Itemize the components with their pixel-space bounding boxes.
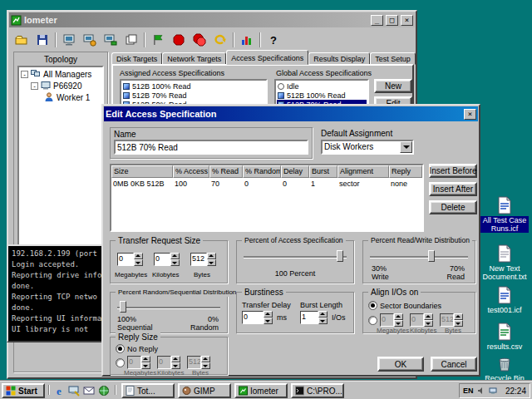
spin-up-button[interactable] [424,313,433,320]
spin-up-button[interactable] [141,356,150,362]
desktop-icon-results-csv[interactable]: results.csv [480,323,529,351]
expander-icon[interactable]: - [21,71,28,78]
align-kilobytes-spinner[interactable]: 0 [410,313,433,327]
transfer-bytes-spinner[interactable]: 512 [190,253,216,266]
results-display-button[interactable] [237,31,257,49]
insert-after-button[interactable]: Insert After [429,182,477,196]
spin-up-button[interactable] [134,253,143,259]
spin-up-button[interactable] [170,253,180,259]
slider-thumb[interactable] [337,250,343,262]
new-manager-button[interactable] [59,31,79,49]
quicklaunch-ie-icon[interactable]: e [52,383,66,397]
desktop-icon-all-test-case-runs[interactable]: All Test Case Runs.icf [480,196,529,233]
new-button[interactable]: New [374,79,412,93]
slider-thumb[interactable] [428,250,435,262]
taskbar-task-gimp[interactable]: GIMP [178,383,231,398]
spin-up-button[interactable] [454,313,463,320]
tab-network-targets[interactable]: Network Targets [162,52,226,65]
transfer-megabytes-spinner[interactable]: 0 [117,253,143,266]
start-button[interactable]: Start [2,383,45,398]
ok-button[interactable]: OK [377,357,424,372]
name-input[interactable] [114,140,308,155]
tree-item-all-managers[interactable]: - All Managers [20,68,101,80]
reset-workers-button[interactable] [210,31,230,49]
tree-item-worker[interactable]: Worker 1 [20,91,101,103]
spin-up-button[interactable] [394,313,403,320]
close-icon[interactable]: × [464,109,476,120]
open-file-button[interactable] [12,31,32,49]
no-reply-radio[interactable] [116,344,125,353]
sector-boundaries-radio[interactable] [368,301,377,310]
minimize-button[interactable]: _ [371,15,383,26]
insert-before-button[interactable]: Insert Before [429,164,477,178]
chevron-down-icon[interactable] [400,141,412,153]
align-bytes-spinner[interactable]: 512 [440,313,463,327]
tab-results-display[interactable]: Results Display [308,52,370,65]
spin-up-button[interactable] [207,253,216,259]
tray-volume-icon[interactable] [477,387,485,395]
transfer-kilobytes-spinner[interactable]: 0 [154,253,180,266]
random-sequential-slider[interactable] [117,300,220,313]
percent-access-slider[interactable] [244,249,347,263]
taskbar-task-iometer[interactable]: Iometer [234,383,288,398]
spin-down-button[interactable] [170,259,180,266]
tab-disk-targets[interactable]: Disk Targets [111,52,162,65]
cancel-button[interactable]: Cancel [431,357,477,372]
spin-down-button[interactable] [201,362,210,369]
new-network-worker-button[interactable] [101,31,121,49]
spin-down-button[interactable] [141,362,150,369]
maximize-button[interactable]: □ [386,15,398,26]
spin-down-button[interactable] [171,362,180,369]
help-button[interactable]: ? [264,31,283,49]
list-item[interactable]: 512B 100% Read [122,81,265,91]
spin-down-button[interactable] [264,318,273,324]
quicklaunch-desktop-icon[interactable] [66,383,81,397]
spin-down-button[interactable] [134,259,143,266]
spin-up-button[interactable] [171,356,180,362]
spec-table-row[interactable]: 0MB 0KB 512B 100 70 0 0 1 sector none [111,179,422,190]
tree-item-manager[interactable]: - P66920 [20,80,101,91]
tab-test-setup[interactable]: Test Setup [370,52,416,65]
list-item[interactable]: 512B 100% Read [277,91,367,100]
duplicate-worker-button[interactable] [121,31,141,49]
list-item[interactable]: 512B 70% Read [122,91,265,100]
desktop-icon-new-text-document[interactable]: New Text Document.txt [480,244,529,281]
reply-megabytes-spinner[interactable]: 0 [127,356,150,369]
spin-down-button[interactable] [207,259,216,266]
default-assignment-select[interactable]: Disk Workers [321,140,414,155]
start-tests-button[interactable] [148,31,168,49]
spin-down-button[interactable] [394,320,403,327]
taskbar-task-1[interactable]: Tot... [121,383,175,398]
stop-test-button[interactable] [169,31,189,49]
tab-access-specifications[interactable]: Access Specifications [226,50,308,65]
quicklaunch-mail-icon[interactable] [81,383,96,397]
spin-up-button[interactable] [201,356,210,362]
reply-custom-radio[interactable] [116,358,125,367]
reply-kilobytes-spinner[interactable]: 0 [157,356,180,369]
burst-length-input[interactable]: 1 [300,311,328,324]
list-item[interactable]: Idle [277,81,367,91]
tray-network-icon[interactable] [489,387,497,395]
taskbar-task-dos[interactable]: C:\PRO... [291,383,344,398]
quicklaunch-globe-icon[interactable] [96,383,111,397]
desktop-icon-test001[interactable]: test001.icf [480,286,529,314]
delete-button[interactable]: Delete [429,200,477,214]
language-indicator[interactable]: EN [463,387,474,395]
align-custom-radio[interactable] [368,316,377,325]
new-disk-worker-button[interactable] [80,31,100,49]
spin-down-button[interactable] [318,318,328,324]
reply-bytes-spinner[interactable]: 512 [187,356,210,369]
save-file-button[interactable] [32,31,52,49]
desktop-icon-recycle-bin[interactable]: Recycle Bin [480,354,529,382]
align-megabytes-spinner[interactable]: 0 [380,313,403,327]
stop-all-tests-button[interactable] [190,31,209,49]
spin-up-button[interactable] [318,311,328,318]
spin-down-button[interactable] [424,320,433,327]
transfer-delay-input[interactable]: 0 [242,311,273,324]
slider-thumb[interactable] [120,301,126,313]
read-write-slider[interactable] [370,249,468,263]
spin-down-button[interactable] [454,320,463,327]
spin-up-button[interactable] [264,311,273,318]
close-button[interactable]: × [401,15,413,26]
expander-icon[interactable]: - [31,82,38,90]
